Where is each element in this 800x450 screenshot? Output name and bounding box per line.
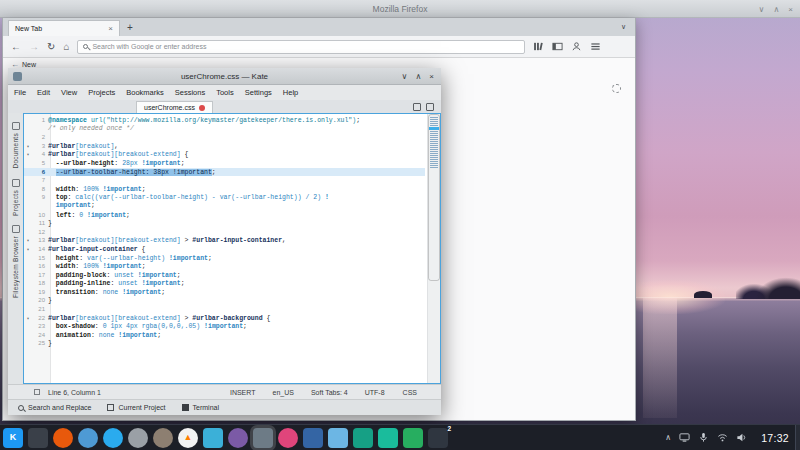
url-bar[interactable] — [77, 40, 525, 54]
code-line: 7 — [24, 176, 425, 185]
encoding[interactable]: UTF-8 — [365, 389, 385, 396]
menu-item-file[interactable]: File — [14, 88, 26, 97]
toolview-current-project[interactable]: Current Project — [107, 404, 165, 411]
code-line: 16 width: 100% !important; — [24, 262, 425, 271]
code-line: ▾22#urlbar[breakout][breakout-extend] > … — [24, 314, 425, 323]
code-line: 11} — [24, 219, 425, 228]
taskbar-app-app-purple[interactable] — [228, 428, 248, 448]
taskbar-app-app-dark[interactable]: 2 — [428, 428, 448, 448]
code-line: 2 — [24, 133, 425, 142]
badge: 2 — [447, 425, 451, 432]
close-icon[interactable]: × — [788, 5, 793, 14]
volume-icon[interactable] — [736, 432, 747, 443]
sidebar-tab-projects[interactable]: Projects — [12, 174, 20, 221]
menu-item-projects[interactable]: Projects — [88, 88, 115, 97]
code-line: 8 width: 100% !important; — [24, 185, 425, 194]
kate-side-rail: DocumentsProjectsFilesystem Browser — [8, 113, 23, 384]
tab-close-icon[interactable]: × — [108, 24, 113, 33]
document-tab-label: userChrome.css — [144, 104, 195, 111]
firefox-nav-bar: ← → ↻ ⌂ — [3, 36, 635, 58]
dictionary[interactable]: en_US — [273, 389, 294, 396]
newtab-settings-gear-icon[interactable] — [612, 84, 621, 93]
taskbar-app-app-gray[interactable] — [128, 428, 148, 448]
minimap-slider[interactable] — [428, 114, 440, 281]
maximize-icon[interactable]: ∧ — [773, 5, 779, 14]
taskbar-app-app-teal[interactable] — [353, 428, 373, 448]
code-line: 12 — [24, 228, 425, 237]
editor-view[interactable]: 1@namespace url("http://www.mozilla.org/… — [23, 113, 441, 384]
taskbar-app-app-green[interactable] — [403, 428, 423, 448]
sidebar-toggle-icon[interactable] — [552, 41, 563, 52]
code-line: 9 top: calc((var(--urlbar-toolbar-height… — [24, 193, 425, 202]
back-icon[interactable]: ← — [11, 42, 21, 52]
firefox-titlebar[interactable]: Mozilla Firefox ∨ ∧ × — [0, 0, 800, 18]
firefox-tab-bar: New Tab × + ∨ — [3, 18, 635, 36]
minimize-icon[interactable]: ∨ — [402, 72, 408, 81]
toolview-search-and-replace[interactable]: Search and Replace — [18, 404, 91, 411]
display-icon[interactable] — [679, 432, 690, 443]
kate-titlebar[interactable]: userChrome.css — Kate ∨ ∧ × — [8, 68, 441, 85]
taskbar-app-gimp[interactable] — [153, 428, 173, 448]
forward-icon[interactable]: → — [29, 42, 39, 52]
list-all-tabs-icon[interactable]: ∨ — [621, 23, 626, 31]
code-line: 17 padding-block: unset !important; — [24, 271, 425, 280]
input-mode[interactable]: INSERT — [230, 389, 256, 396]
minimize-icon[interactable]: ∨ — [759, 5, 765, 14]
kate-tab-bar: userChrome.css — [8, 100, 441, 113]
microphone-icon[interactable] — [698, 432, 709, 443]
taskbar-app-krita[interactable] — [203, 428, 223, 448]
sidebar-tab-filesystem-browser[interactable]: Filesystem Browser — [12, 220, 20, 303]
menu-item-tools[interactable]: Tools — [216, 88, 234, 97]
taskbar-app-firefox[interactable] — [53, 428, 73, 448]
menu-item-help[interactable]: Help — [283, 88, 298, 97]
code-area[interactable]: 1@namespace url("http://www.mozilla.org/… — [24, 114, 440, 383]
tab-close-icon[interactable] — [199, 105, 205, 111]
menu-hamburger-icon[interactable] — [590, 41, 601, 52]
taskbar-app-app-pink[interactable] — [278, 428, 298, 448]
reload-icon[interactable]: ↻ — [47, 42, 55, 52]
taskbar-app-app-blue[interactable] — [303, 428, 323, 448]
clock[interactable]: 17:32 — [761, 432, 789, 444]
menu-item-edit[interactable]: Edit — [37, 88, 50, 97]
tray-expander-icon[interactable]: ∧ — [665, 433, 671, 442]
taskbar-app-telegram[interactable] — [103, 428, 123, 448]
taskbar-app-app-lightblue[interactable] — [328, 428, 348, 448]
home-icon[interactable]: ⌂ — [63, 42, 69, 52]
document-list-icon[interactable] — [426, 103, 434, 111]
toolview-terminal[interactable]: Terminal — [182, 404, 219, 411]
code-line: ▾3#urlbar[breakout], — [24, 142, 425, 151]
system-tray: ∧ 17:32 — [665, 432, 795, 444]
new-tab-button[interactable]: + — [120, 22, 140, 33]
taskbar-app-virtual-desktop-pager[interactable] — [28, 428, 48, 448]
menu-item-bookmarks[interactable]: Bookmarks — [126, 88, 164, 97]
close-icon[interactable]: × — [429, 72, 434, 81]
library-icon[interactable] — [533, 41, 544, 52]
menu-item-sessions[interactable]: Sessions — [175, 88, 205, 97]
cursor-position[interactable]: Line 6, Column 1 — [48, 389, 101, 396]
search-icon — [18, 405, 24, 411]
kate-window-title: userChrome.css — Kate — [8, 72, 441, 81]
document-tab[interactable]: userChrome.css — [136, 101, 213, 113]
menu-item-settings[interactable]: Settings — [245, 88, 272, 97]
kate-window[interactable]: userChrome.css — Kate ∨ ∧ × FileEditView… — [8, 68, 441, 415]
code-line: 24 animation: none !important; — [24, 331, 425, 340]
maximize-icon[interactable]: ∧ — [415, 72, 421, 81]
syntax-highlight-mode[interactable]: CSS — [403, 389, 417, 396]
network-wifi-icon[interactable] — [717, 432, 728, 443]
taskbar-app-vlc[interactable]: ▲ — [178, 428, 198, 448]
taskbar-app-kate[interactable] — [253, 428, 273, 448]
menu-item-view[interactable]: View — [61, 88, 77, 97]
open-document-icon[interactable] — [413, 103, 421, 111]
code-line: 21 — [24, 305, 425, 314]
indent-mode[interactable]: Soft Tabs: 4 — [311, 389, 348, 396]
url-input[interactable] — [92, 43, 519, 50]
show-desktop-button[interactable] — [795, 425, 800, 450]
taskbar-app-chromium[interactable] — [78, 428, 98, 448]
sidebar-tab-documents[interactable]: Documents — [12, 117, 20, 174]
taskbar-app-app-teal-2[interactable] — [378, 428, 398, 448]
scrollbar-minimap[interactable] — [427, 114, 440, 383]
tab-new-tab[interactable]: New Tab × — [8, 20, 120, 36]
documents-icon — [12, 122, 20, 130]
taskbar-app-application-launcher[interactable]: K — [3, 428, 23, 448]
account-icon[interactable] — [571, 41, 582, 52]
